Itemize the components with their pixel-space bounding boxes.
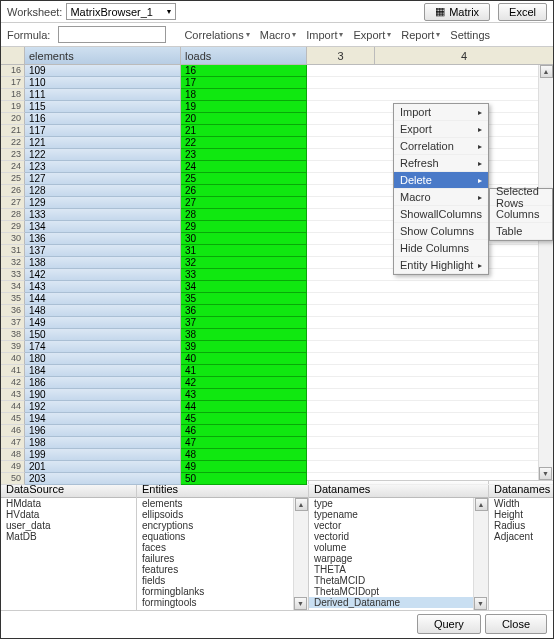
menu-export[interactable]: Export▾	[353, 29, 391, 41]
matrix-button[interactable]: ▦Matrix	[424, 3, 490, 21]
cell-elements[interactable]: 121	[25, 137, 181, 149]
row-number[interactable]: 37	[1, 317, 25, 329]
context-menu-item[interactable]: ShowallColumns	[394, 206, 488, 223]
row-number[interactable]: 16	[1, 65, 25, 77]
context-submenu-item[interactable]: Table	[490, 223, 552, 240]
list-item[interactable]: elements	[137, 498, 308, 509]
row-number[interactable]: 40	[1, 353, 25, 365]
cell-empty[interactable]	[307, 65, 553, 77]
context-menu-item[interactable]: Macro▸	[394, 189, 488, 206]
cell-loads[interactable]: 28	[181, 209, 307, 221]
table-row[interactable]: 4719847	[1, 437, 553, 449]
row-number[interactable]: 42	[1, 377, 25, 389]
cell-loads[interactable]: 19	[181, 101, 307, 113]
context-submenu-item[interactable]: Selected Rows	[490, 189, 552, 206]
table-row[interactable]: 3714937	[1, 317, 553, 329]
list-item[interactable]: ThetaMCIDopt	[309, 586, 488, 597]
row-number[interactable]: 47	[1, 437, 25, 449]
row-number[interactable]: 24	[1, 161, 25, 173]
worksheet-combo[interactable]: MatrixBrowser_1 ▼	[66, 3, 176, 20]
list-item[interactable]: warpage	[309, 553, 488, 564]
cell-empty[interactable]	[307, 305, 553, 317]
table-row[interactable]: 4018040	[1, 353, 553, 365]
list-item[interactable]: formingtools	[137, 597, 308, 608]
cell-elements[interactable]: 127	[25, 173, 181, 185]
row-number[interactable]: 32	[1, 257, 25, 269]
cell-empty[interactable]	[307, 401, 553, 413]
cell-elements[interactable]: 137	[25, 245, 181, 257]
cell-empty[interactable]	[307, 461, 553, 473]
table-row[interactable]: 4218642	[1, 377, 553, 389]
cell-empty[interactable]	[307, 341, 553, 353]
cell-elements[interactable]: 150	[25, 329, 181, 341]
cell-elements[interactable]: 186	[25, 377, 181, 389]
list-item[interactable]: equations	[137, 531, 308, 542]
row-number[interactable]: 41	[1, 365, 25, 377]
table-row[interactable]: 4920149	[1, 461, 553, 473]
row-number[interactable]: 50	[1, 473, 25, 485]
cell-loads[interactable]: 43	[181, 389, 307, 401]
row-number[interactable]: 31	[1, 245, 25, 257]
list-item[interactable]: MatDB	[1, 531, 136, 542]
cell-loads[interactable]: 41	[181, 365, 307, 377]
cell-elements[interactable]: 196	[25, 425, 181, 437]
list-item[interactable]: failures	[137, 553, 308, 564]
row-number[interactable]: 35	[1, 293, 25, 305]
cell-elements[interactable]: 149	[25, 317, 181, 329]
row-number[interactable]: 38	[1, 329, 25, 341]
context-menu-item[interactable]: Hide Columns	[394, 240, 488, 257]
cell-loads[interactable]: 35	[181, 293, 307, 305]
cell-loads[interactable]: 25	[181, 173, 307, 185]
cell-loads[interactable]: 24	[181, 161, 307, 173]
table-row[interactable]: 3614836	[1, 305, 553, 317]
list-item[interactable]: Radius	[489, 520, 553, 531]
row-number[interactable]: 20	[1, 113, 25, 125]
cell-elements[interactable]: 198	[25, 437, 181, 449]
row-number[interactable]: 36	[1, 305, 25, 317]
cell-loads[interactable]: 21	[181, 125, 307, 137]
cell-loads[interactable]: 17	[181, 77, 307, 89]
cell-loads[interactable]: 48	[181, 449, 307, 461]
cell-loads[interactable]: 37	[181, 317, 307, 329]
cell-loads[interactable]: 16	[181, 65, 307, 77]
cell-elements[interactable]: 109	[25, 65, 181, 77]
list-item[interactable]: HVdata	[1, 509, 136, 520]
cell-loads[interactable]: 29	[181, 221, 307, 233]
cell-loads[interactable]: 50	[181, 473, 307, 485]
cell-loads[interactable]: 44	[181, 401, 307, 413]
row-number[interactable]: 27	[1, 197, 25, 209]
cell-elements[interactable]: 134	[25, 221, 181, 233]
row-number[interactable]: 21	[1, 125, 25, 137]
menu-report[interactable]: Report▾	[401, 29, 440, 41]
row-number[interactable]: 43	[1, 389, 25, 401]
row-number[interactable]: 44	[1, 401, 25, 413]
table-row[interactable]: 4519445	[1, 413, 553, 425]
row-number[interactable]: 25	[1, 173, 25, 185]
cell-elements[interactable]: 122	[25, 149, 181, 161]
cell-elements[interactable]: 111	[25, 89, 181, 101]
panel-body[interactable]: elementsellipsoidsencryptionsequationsfa…	[137, 498, 308, 610]
cell-empty[interactable]	[307, 389, 553, 401]
cell-empty[interactable]	[307, 281, 553, 293]
cell-elements[interactable]: 201	[25, 461, 181, 473]
cell-loads[interactable]: 39	[181, 341, 307, 353]
panel-scrollbar[interactable]: ▲ ▼	[293, 498, 308, 610]
cell-elements[interactable]: 143	[25, 281, 181, 293]
cell-elements[interactable]: 199	[25, 449, 181, 461]
cell-elements[interactable]: 117	[25, 125, 181, 137]
menu-import[interactable]: Import▾	[306, 29, 343, 41]
scroll-down-icon[interactable]: ▼	[294, 597, 307, 610]
cell-elements[interactable]: 142	[25, 269, 181, 281]
cell-empty[interactable]	[307, 89, 553, 101]
cell-loads[interactable]: 47	[181, 437, 307, 449]
cell-loads[interactable]: 22	[181, 137, 307, 149]
cell-elements[interactable]: 128	[25, 185, 181, 197]
row-number[interactable]: 39	[1, 341, 25, 353]
row-number[interactable]: 29	[1, 221, 25, 233]
context-menu-item[interactable]: Correlation▸	[394, 138, 488, 155]
menu-macro[interactable]: Macro▾	[260, 29, 297, 41]
cell-loads[interactable]: 38	[181, 329, 307, 341]
menu-correlations[interactable]: Correlations▾	[184, 29, 249, 41]
panel-body[interactable]: HMdataHVdatauser_dataMatDB	[1, 498, 136, 610]
cell-elements[interactable]: 115	[25, 101, 181, 113]
